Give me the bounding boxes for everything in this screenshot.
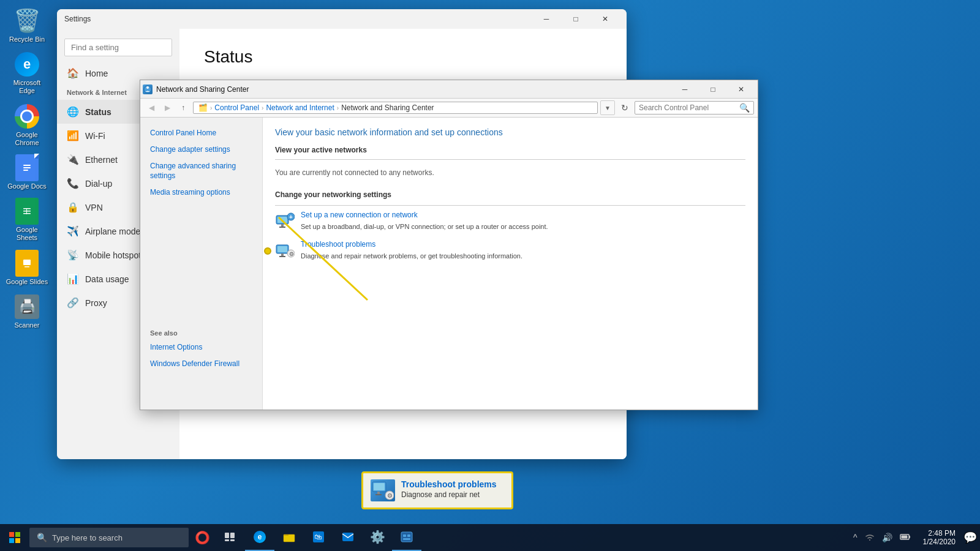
- clock-time: 2:48 PM: [928, 529, 956, 538]
- nasc-search-input[interactable]: [639, 103, 737, 112]
- nasc-divider-1: [275, 159, 745, 160]
- settings-minimize-button[interactable]: ─: [532, 9, 560, 29]
- proxy-label: Proxy: [85, 298, 107, 308]
- edge-icon: e: [13, 51, 40, 78]
- status-icon: 🌐: [67, 106, 79, 118]
- settings-close-button[interactable]: ✕: [591, 9, 619, 29]
- dialup-label: Dial-up: [85, 179, 112, 189]
- taskbar-settings-taskbar-button[interactable]: ⚙️: [363, 524, 392, 551]
- tray-volume-icon[interactable]: 🔊: [880, 531, 895, 544]
- taskbar-notification-button[interactable]: 💬: [960, 524, 980, 551]
- svg-rect-8: [26, 208, 27, 214]
- desktop-icon-slides[interactable]: Google Slides: [2, 247, 51, 288]
- svg-rect-23: [279, 256, 285, 257]
- desktop: 🗑️ Recycle Bin e Microsoft Edge Google C…: [0, 0, 980, 551]
- vpn-label: VPN: [85, 203, 103, 212]
- taskbar-search-icon: 🔍: [37, 533, 47, 542]
- settings-search-container: [57, 34, 179, 61]
- settings-maximize-button[interactable]: □: [562, 9, 590, 29]
- breadcrumb-control-panel[interactable]: Control Panel: [214, 103, 259, 112]
- new-connection-icon: +: [275, 211, 295, 230]
- taskbar-store-button[interactable]: 🛍: [304, 524, 333, 551]
- taskbar-unknown-button[interactable]: [392, 524, 421, 551]
- desktop-icon-edge[interactable]: e Microsoft Edge: [2, 48, 51, 97]
- taskbar: 🔍 Type here to search ⭕ e 🛍 ⚙️: [0, 524, 980, 551]
- desktop-icon-docs[interactable]: Google Docs: [2, 152, 51, 193]
- svg-rect-47: [403, 534, 406, 537]
- wifi-icon: 📶: [67, 130, 79, 141]
- ethernet-icon: 🔌: [67, 154, 79, 165]
- svg-rect-49: [403, 538, 410, 540]
- nasc-minimize-button[interactable]: ─: [671, 80, 699, 99]
- taskbar-search[interactable]: 🔍 Type here to search: [29, 528, 189, 547]
- svg-rect-17: [279, 227, 285, 228]
- tray-chevron-icon[interactable]: ^: [851, 531, 860, 544]
- nasc-title-icon: [143, 84, 153, 94]
- tray-battery-icon[interactable]: [897, 531, 913, 544]
- breadcrumb-network-internet[interactable]: Network and Internet: [266, 103, 334, 112]
- svg-rect-11: [24, 266, 29, 268]
- breadcrumb-current: Network and Sharing Center: [341, 103, 434, 112]
- nasc-left-control-panel-home[interactable]: Control Panel Home: [140, 125, 262, 141]
- desktop-icon-chrome[interactable]: Google Chrome: [2, 100, 51, 149]
- svg-rect-34: [15, 532, 20, 537]
- desktop-icon-scanner[interactable]: 🖨️ Scanner: [2, 291, 51, 332]
- nasc-left-panel: Control Panel Home Change adapter settin…: [140, 118, 263, 410]
- start-button[interactable]: [0, 524, 29, 551]
- svg-rect-2: [23, 167, 31, 168]
- svg-rect-51: [901, 536, 907, 539]
- slides-label: Google Slides: [6, 278, 48, 286]
- nasc-search-box: 🔍: [635, 101, 754, 114]
- nasc-dropdown-button[interactable]: ▼: [600, 100, 615, 115]
- airplane-icon: ✈️: [67, 225, 79, 237]
- taskbar-edge-button[interactable]: e: [245, 524, 274, 551]
- nasc-forward-button[interactable]: ▶: [160, 100, 175, 115]
- nasc-troubleshoot-link[interactable]: Troubleshoot problems: [301, 240, 522, 249]
- tray-network-icon[interactable]: [862, 531, 877, 544]
- taskbar-clock[interactable]: 2:48 PM 1/24/2020: [918, 529, 960, 546]
- nasc-back-button[interactable]: ◀: [144, 100, 159, 115]
- callout-icon: ⚙: [371, 479, 395, 501]
- callout-title[interactable]: Troubleshoot problems: [401, 479, 497, 489]
- cortana-button[interactable]: ⭕: [189, 524, 216, 551]
- taskbar-task-view-button[interactable]: [216, 524, 245, 551]
- nasc-see-also-title: See also: [140, 323, 262, 339]
- taskbar-search-text: Type here to search: [52, 533, 123, 542]
- svg-rect-38: [230, 533, 235, 538]
- sheets-icon: [13, 198, 40, 225]
- nasc-see-also-internet-options[interactable]: Internet Options: [140, 339, 262, 356]
- nasc-left-advanced-sharing[interactable]: Change advanced sharing settings: [140, 158, 262, 185]
- desktop-icon-sheets[interactable]: Google Sheets: [2, 195, 51, 244]
- nasc-new-connection-text: Set up a new connection or network Set u…: [301, 211, 548, 231]
- svg-text:🛍: 🛍: [314, 533, 322, 541]
- svg-rect-45: [342, 533, 353, 541]
- nasc-close-button[interactable]: ✕: [727, 80, 755, 99]
- chrome-label: Google Chrome: [5, 131, 49, 147]
- sheets-label: Google Sheets: [5, 226, 49, 242]
- nasc-search-icon[interactable]: 🔍: [739, 103, 750, 113]
- nasc-body: Control Panel Home Change adapter settin…: [140, 118, 758, 410]
- wifi-label: Wi-Fi: [85, 131, 105, 141]
- nasc-see-also-firewall[interactable]: Windows Defender Firewall: [140, 356, 262, 372]
- svg-text:⚙: ⚙: [289, 251, 294, 257]
- svg-point-13: [146, 86, 149, 89]
- nasc-change-settings-title: Change your networking settings: [275, 190, 745, 199]
- nasc-refresh-button[interactable]: ↻: [617, 100, 632, 115]
- nasc-left-media-streaming[interactable]: Media streaming options: [140, 184, 262, 201]
- nasc-titlebar: Network and Sharing Center ─ □ ✕: [140, 80, 758, 99]
- recycle-bin-label: Recycle Bin: [9, 36, 45, 43]
- nasc-new-connection-link[interactable]: Set up a new connection or network: [301, 211, 548, 219]
- desktop-icon-recycle-bin[interactable]: 🗑️ Recycle Bin: [2, 5, 51, 46]
- nasc-left-adapter-settings[interactable]: Change adapter settings: [140, 141, 262, 158]
- nasc-up-button[interactable]: ↑: [176, 100, 190, 115]
- nasc-maximize-button[interactable]: □: [699, 80, 727, 99]
- taskbar-tray: ^ 🔊: [846, 531, 918, 544]
- taskbar-apps: e 🛍 ⚙️: [216, 524, 846, 551]
- airplane-label: Airplane mode: [85, 227, 140, 236]
- home-label: Home: [85, 69, 108, 78]
- docs-icon: [13, 154, 40, 181]
- settings-search-input[interactable]: [64, 39, 172, 56]
- taskbar-mail-button[interactable]: [333, 524, 363, 551]
- scanner-icon: 🖨️: [13, 293, 40, 320]
- taskbar-file-explorer-button[interactable]: [274, 524, 304, 551]
